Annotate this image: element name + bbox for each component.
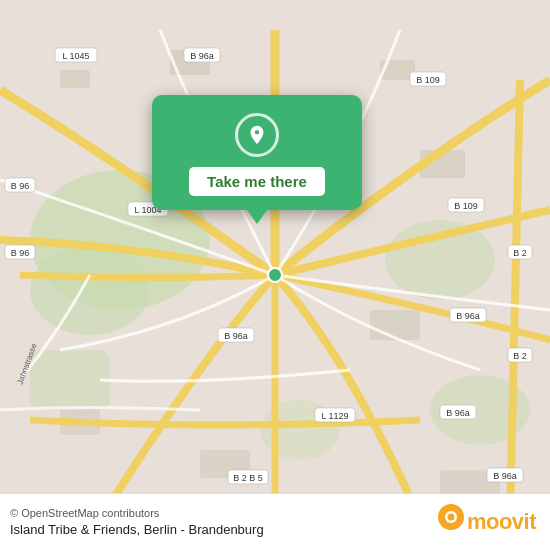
map-container: L 1045 B 96a B 109 B 96 L 1004 B 109 B 9… <box>0 0 550 550</box>
moovit-wordmark: moovit <box>467 509 536 535</box>
svg-text:B 96a: B 96a <box>456 311 480 321</box>
svg-text:B 2 B 5: B 2 B 5 <box>233 473 263 483</box>
svg-point-2 <box>30 245 150 335</box>
svg-rect-3 <box>30 350 110 410</box>
svg-point-49 <box>447 514 454 521</box>
svg-text:B 96a: B 96a <box>446 408 470 418</box>
venue-label: Island Tribe & Friends, Berlin - Branden… <box>10 522 264 537</box>
bottom-left-info: © OpenStreetMap contributors Island Trib… <box>10 507 264 537</box>
svg-text:B 96a: B 96a <box>224 331 248 341</box>
svg-rect-11 <box>370 310 420 340</box>
svg-text:B 2: B 2 <box>513 248 527 258</box>
svg-text:B 96: B 96 <box>11 248 30 258</box>
location-pin-icon <box>235 113 279 157</box>
svg-text:L 1045: L 1045 <box>62 51 89 61</box>
take-me-there-button[interactable]: Take me there <box>189 167 325 196</box>
svg-text:B 96a: B 96a <box>493 471 517 481</box>
svg-rect-9 <box>60 70 90 88</box>
svg-text:B 96: B 96 <box>11 181 30 191</box>
svg-text:B 109: B 109 <box>416 75 440 85</box>
svg-text:B 96a: B 96a <box>190 51 214 61</box>
map-background: L 1045 B 96a B 109 B 96 L 1004 B 109 B 9… <box>0 0 550 550</box>
moovit-logo: moovit <box>437 504 536 540</box>
svg-text:B 109: B 109 <box>454 201 478 211</box>
svg-text:B 2: B 2 <box>513 351 527 361</box>
svg-text:L 1129: L 1129 <box>321 411 348 421</box>
bottom-bar: © OpenStreetMap contributors Island Trib… <box>0 493 550 550</box>
svg-point-46 <box>268 268 282 282</box>
map-attribution: © OpenStreetMap contributors <box>10 507 264 519</box>
moovit-pin-icon <box>437 504 465 540</box>
popup-card: Take me there <box>152 95 362 210</box>
